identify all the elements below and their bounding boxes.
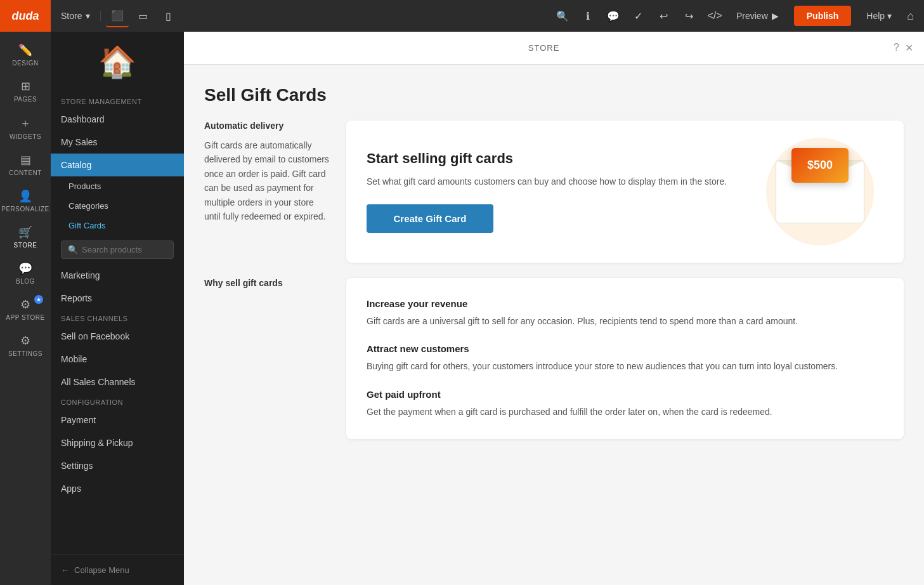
collapse-arrow-icon: ← bbox=[61, 565, 69, 575]
collapse-menu-button[interactable]: ← Collapse Menu bbox=[51, 555, 184, 585]
auto-delivery-section: Automatic delivery Gift cards are automa… bbox=[204, 121, 331, 263]
preview-button[interactable]: Preview ▶ bbox=[729, 7, 786, 25]
logo-text: duda bbox=[12, 10, 39, 23]
info-icon[interactable]: ℹ bbox=[576, 4, 599, 27]
reason-customers: Attract new customers Buying gift card f… bbox=[367, 343, 883, 373]
top-section: Automatic delivery Gift cards are automa… bbox=[204, 121, 904, 263]
reason-upfront-text: Get the payment when a gift card is purc… bbox=[367, 405, 883, 419]
main-content: STORE ? ✕ Sell Gift Cards Automatic deli… bbox=[184, 32, 924, 585]
start-card-desc: Set what gift card amounts customers can… bbox=[367, 174, 741, 188]
desktop-device-button[interactable]: ⬛ bbox=[106, 4, 129, 27]
chevron-down-icon: ▾ bbox=[86, 11, 90, 21]
store-menu-marketing[interactable]: Marketing bbox=[51, 264, 184, 287]
mobile-device-button[interactable]: ▯ bbox=[157, 4, 179, 27]
start-card-content: Start selling gift cards Set what gift c… bbox=[367, 150, 741, 232]
left-sidebar: ✏️ DESIGN ⊞ PAGES ＋ WIDGETS ▤ CONTENT 👤 … bbox=[0, 32, 51, 585]
code-icon[interactable]: </> bbox=[703, 4, 726, 27]
close-icon[interactable]: ✕ bbox=[905, 42, 914, 54]
store-menu-my-sales[interactable]: My Sales bbox=[51, 131, 184, 154]
device-icons: ⬛ ▭ ▯ bbox=[101, 4, 185, 27]
check-icon[interactable]: ✓ bbox=[627, 4, 650, 27]
search-icon: 🔍 bbox=[68, 245, 78, 254]
reason-upfront: Get paid upfront Get the payment when a … bbox=[367, 389, 883, 419]
reason-revenue-title: Increase your revenue bbox=[367, 298, 883, 309]
store-management-label: Store management bbox=[51, 93, 184, 108]
sidebar-item-settings[interactable]: ⚙ SETTINGS bbox=[0, 327, 51, 364]
reason-revenue-text: Gift cards are a universal gift to sell … bbox=[367, 314, 883, 328]
store-menu-settings[interactable]: Settings bbox=[51, 454, 184, 477]
store-menu-catalog[interactable]: Catalog bbox=[51, 154, 184, 176]
store-menu-apps[interactable]: Apps bbox=[51, 477, 184, 500]
logo[interactable]: duda bbox=[0, 0, 51, 32]
reason-customers-title: Attract new customers bbox=[367, 343, 883, 354]
store-menu-dashboard[interactable]: Dashboard bbox=[51, 108, 184, 131]
chevron-down-icon: ▾ bbox=[887, 11, 892, 21]
page-title: Sell Gift Cards bbox=[204, 85, 904, 105]
question-icon[interactable]: ? bbox=[894, 42, 900, 54]
reason-upfront-title: Get paid upfront bbox=[367, 389, 883, 400]
store-menu-mobile[interactable]: Mobile bbox=[51, 348, 184, 371]
start-card-title: Start selling gift cards bbox=[367, 150, 741, 167]
reason-revenue: Increase your revenue Gift cards are a u… bbox=[367, 298, 883, 328]
sidebar-item-widgets[interactable]: ＋ WIDGETS bbox=[0, 109, 51, 147]
content-icon: ▤ bbox=[20, 153, 31, 167]
sidebar-item-content[interactable]: ▤ CONTENT bbox=[0, 147, 51, 183]
sidebar-item-personalize[interactable]: 👤 PERSONALIZE bbox=[0, 183, 51, 219]
settings-icon: ⚙ bbox=[20, 334, 30, 348]
blog-icon: 💬 bbox=[18, 261, 32, 275]
search-icon[interactable]: 🔍 bbox=[551, 4, 574, 27]
main-layout: ✏️ DESIGN ⊞ PAGES ＋ WIDGETS ▤ CONTENT 👤 … bbox=[0, 32, 924, 585]
publish-button[interactable]: Publish bbox=[794, 6, 852, 26]
content-area: Sell Gift Cards Automatic delivery Gift … bbox=[184, 65, 924, 459]
store-header: STORE ? ✕ bbox=[184, 32, 924, 65]
topbar: duda Store ▾ ⬛ ▭ ▯ 🔍 ℹ 💬 ✓ ↩ ↪ </> Previ… bbox=[0, 0, 924, 32]
pages-icon: ⊞ bbox=[21, 79, 30, 93]
why-title: Why sell gift cards bbox=[204, 278, 331, 288]
store-menu-shipping[interactable]: Shipping & Pickup bbox=[51, 431, 184, 454]
app-store-icon: ⚙ bbox=[20, 298, 30, 312]
store-menu-categories[interactable]: Categories bbox=[51, 196, 184, 216]
store-selector[interactable]: Store ▾ bbox=[51, 11, 101, 21]
store-menu-products[interactable]: Products bbox=[51, 176, 184, 196]
store-header-title: STORE bbox=[528, 43, 560, 53]
preview-label: Preview bbox=[736, 11, 768, 21]
pencil-icon: ✏️ bbox=[18, 43, 32, 57]
store-menu-all-sales[interactable]: All Sales Channels bbox=[51, 371, 184, 393]
sales-channels-label: Sales channels bbox=[51, 310, 184, 325]
store-menu-reports[interactable]: Reports bbox=[51, 287, 184, 310]
store-icon: 🛒 bbox=[18, 225, 32, 239]
help-label: Help bbox=[866, 11, 885, 21]
why-title-col: Why sell gift cards bbox=[204, 278, 331, 296]
illustration-envelope: $500 bbox=[776, 160, 864, 223]
store-panel: 🏠 Store management Dashboard My Sales Ca… bbox=[51, 32, 924, 585]
configuration-label: Configuration bbox=[51, 393, 184, 409]
redo-icon[interactable]: ↪ bbox=[678, 4, 701, 27]
comment-icon[interactable]: 💬 bbox=[602, 4, 625, 27]
search-box: 🔍 bbox=[61, 240, 174, 259]
store-menu-payment[interactable]: Payment bbox=[51, 409, 184, 431]
sidebar-item-design[interactable]: ✏️ DESIGN bbox=[0, 37, 51, 73]
search-input[interactable] bbox=[82, 245, 167, 254]
store-menu-gift-cards[interactable]: Gift Cards bbox=[51, 216, 184, 235]
store-menu-sell-facebook[interactable]: Sell on Facebook bbox=[51, 325, 184, 348]
start-selling-card: Start selling gift cards Set what gift c… bbox=[346, 121, 904, 263]
sidebar-item-store[interactable]: 🛒 STORE bbox=[0, 219, 51, 255]
home-icon[interactable]: ⌂ bbox=[902, 10, 919, 23]
store-home-icon[interactable]: 🏠 bbox=[51, 32, 184, 93]
why-section: Why sell gift cards Increase your revenu… bbox=[204, 278, 904, 439]
help-button[interactable]: Help ▾ bbox=[859, 7, 899, 25]
collapse-label: Collapse Menu bbox=[74, 565, 129, 575]
auto-delivery-text: Gift cards are automatically delivered b… bbox=[204, 138, 331, 223]
undo-icon[interactable]: ↩ bbox=[653, 4, 675, 27]
why-card: Increase your revenue Gift cards are a u… bbox=[346, 278, 904, 439]
sidebar-item-app-store[interactable]: ⚙ APP STORE ★ bbox=[0, 291, 51, 327]
house-icon: 🏠 bbox=[98, 44, 136, 80]
badge: ★ bbox=[34, 295, 43, 304]
tablet-device-button[interactable]: ▭ bbox=[131, 4, 154, 27]
create-gift-card-button[interactable]: Create Gift Card bbox=[367, 204, 493, 233]
sidebar-item-pages[interactable]: ⊞ PAGES bbox=[0, 73, 51, 109]
topbar-actions: 🔍 ℹ 💬 ✓ ↩ ↪ </> Preview ▶ Publish Help ▾… bbox=[546, 4, 924, 27]
gift-card-amount: $500 bbox=[791, 148, 849, 183]
sidebar-item-blog[interactable]: 💬 BLOG bbox=[0, 255, 51, 291]
reason-customers-text: Buying gift card for others, your custom… bbox=[367, 359, 883, 373]
